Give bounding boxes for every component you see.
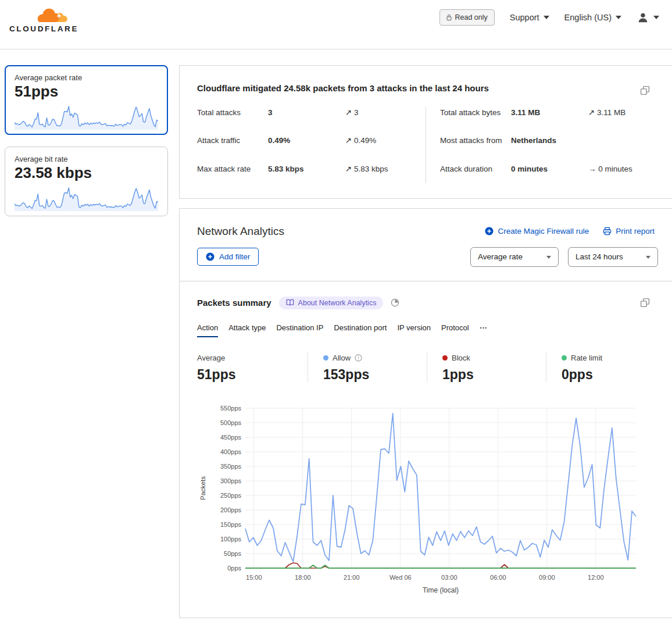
- x-tick-label: 03:00: [441, 574, 457, 581]
- read-only-label: Read only: [455, 13, 488, 22]
- series-line-block: [245, 563, 636, 568]
- legend-stat-rate-limit[interactable]: Rate limit0pps: [546, 352, 672, 383]
- tab-destination-ip[interactable]: Destination IP: [276, 323, 323, 337]
- stat-value: 0.49%: [268, 135, 345, 155]
- legend-stat-allow[interactable]: Allowi153pps: [308, 352, 427, 383]
- metric-select[interactable]: Average rate: [470, 247, 559, 267]
- plus-circle-icon: [485, 227, 494, 236]
- more-tabs-button[interactable]: ⋯: [480, 323, 488, 337]
- caret-down-icon: [546, 256, 551, 261]
- stat-label: Most attacks from: [440, 135, 511, 155]
- x-tick-label: 12:00: [588, 574, 604, 581]
- print-report-link[interactable]: Print report: [603, 227, 655, 236]
- svg-text:i: i: [358, 355, 359, 361]
- stat-label: Total attacks: [197, 107, 268, 127]
- attack-stats-left: Total attacks3↗ 3Attack traffic0.49%↗ 0.…: [197, 107, 412, 183]
- metric-cards-sidebar: Average packet rate 51pps Average bit ra…: [5, 65, 168, 216]
- caret-down-icon: [544, 16, 549, 22]
- copy-icon[interactable]: [640, 85, 650, 98]
- language-label: English (US): [564, 13, 612, 22]
- card-value: 51pps: [15, 83, 158, 101]
- legend-stat-value: 0pps: [562, 367, 672, 383]
- tab-ip-version[interactable]: IP version: [397, 323, 431, 337]
- card-value: 23.58 kbps: [15, 164, 158, 182]
- stat-label: Max attack rate: [197, 163, 268, 183]
- cloudflare-logo[interactable]: CLOUDFLARE: [9, 5, 78, 33]
- about-pill-label: About Network Analytics: [298, 299, 377, 307]
- attack-summary-panel: Cloudflare mitigated 24.58k packets from…: [179, 65, 672, 199]
- create-firewall-rule-link[interactable]: Create Magic Firewall rule: [485, 227, 589, 236]
- user-menu[interactable]: [637, 11, 659, 24]
- tab-destination-port[interactable]: Destination port: [334, 323, 387, 337]
- summary-card-bit-rate[interactable]: Average bit rate 23.58 kbps: [5, 147, 168, 216]
- divider: [426, 107, 426, 183]
- y-tick-label: 0pps: [227, 565, 241, 572]
- stat-label: Attack traffic: [197, 135, 268, 155]
- stat-value: 0 minutes: [511, 163, 588, 183]
- sparkline-chart: [15, 184, 158, 211]
- read-only-badge[interactable]: Read only: [439, 9, 495, 26]
- caret-down-icon: [653, 16, 659, 22]
- x-tick-label: 21:00: [344, 574, 360, 581]
- legend-stat-block[interactable]: Block1pps: [427, 352, 546, 383]
- stat-trend: [588, 135, 655, 155]
- create-firewall-rule-label: Create Magic Firewall rule: [498, 227, 589, 236]
- cloudflare-logo-text: CLOUDFLARE: [9, 24, 78, 33]
- legend-stats-row: Average51ppsAllowi153ppsBlock1ppsRate li…: [197, 352, 655, 383]
- attack-summary-title: Cloudflare mitigated 24.58k packets from…: [197, 83, 655, 93]
- time-range-select[interactable]: Last 24 hours: [568, 247, 658, 267]
- support-menu[interactable]: Support: [510, 13, 549, 22]
- network-analytics-panel: Network Analytics Create Magic Firewall …: [179, 208, 672, 618]
- tab-protocol[interactable]: Protocol: [441, 323, 469, 337]
- print-report-label: Print report: [616, 227, 655, 236]
- y-tick-label: 350pps: [220, 463, 242, 470]
- packets-chart[interactable]: 0pps50pps100pps150pps200pps250pps300pps3…: [197, 404, 637, 598]
- plus-circle-icon: [206, 252, 215, 261]
- stat-label: Attack duration: [440, 163, 511, 183]
- y-tick-label: 150pps: [220, 521, 242, 528]
- add-filter-button[interactable]: Add filter: [197, 248, 259, 266]
- stat-trend: → 0 minutes: [588, 163, 655, 183]
- book-icon: [286, 299, 294, 306]
- y-tick-label: 400pps: [220, 448, 242, 455]
- summary-card-packet-rate[interactable]: Average packet rate 51pps: [5, 65, 168, 135]
- y-tick-label: 550pps: [220, 405, 242, 412]
- y-tick-label: 450pps: [220, 434, 242, 441]
- copy-icon[interactable]: [640, 298, 650, 310]
- stat-trend: ↗ 0.49%: [345, 135, 412, 155]
- series-line-rate-limit: [245, 565, 636, 568]
- series-line-allow: [245, 413, 636, 562]
- section-title: Network Analytics: [197, 225, 284, 238]
- clock-icon[interactable]: [391, 298, 399, 307]
- x-axis-title: Time (local): [423, 586, 459, 594]
- stat-trend: ↗ 3.11 MB: [588, 107, 655, 127]
- lock-icon: [446, 14, 452, 21]
- support-label: Support: [510, 13, 539, 22]
- info-icon[interactable]: i: [355, 354, 362, 362]
- card-label: Average packet rate: [15, 73, 158, 82]
- printer-icon: [603, 227, 612, 236]
- attack-stats-right: Total attack bytes3.11 MB↗ 3.11 MBMost a…: [440, 107, 655, 183]
- stat-value: 3: [268, 107, 345, 127]
- card-label: Average bit rate: [15, 155, 158, 163]
- legend-stat-average[interactable]: Average51pps: [197, 352, 308, 383]
- time-range-select-value: Last 24 hours: [576, 252, 623, 261]
- y-tick-label: 50pps: [224, 550, 241, 557]
- series-color-dot: [442, 355, 448, 361]
- y-tick-label: 100pps: [220, 536, 242, 543]
- stat-trend: ↗ 5.83 kbps: [345, 163, 412, 183]
- y-tick-label: 250pps: [220, 492, 242, 499]
- y-tick-label: 300pps: [220, 477, 242, 484]
- stat-trend: ↗ 3: [345, 107, 412, 127]
- language-menu[interactable]: English (US): [564, 13, 621, 22]
- sparkline-chart: [15, 103, 158, 130]
- tab-action[interactable]: Action: [197, 323, 218, 337]
- user-icon: [637, 11, 649, 24]
- legend-stat-value: 51pps: [197, 367, 308, 383]
- about-network-analytics-pill[interactable]: About Network Analytics: [279, 297, 384, 309]
- stat-label: Total attack bytes: [440, 107, 511, 127]
- stat-value: Netherlands: [511, 135, 588, 155]
- y-tick-label: 200pps: [220, 506, 242, 513]
- legend-stat-label: Average: [197, 354, 225, 362]
- tab-attack-type[interactable]: Attack type: [228, 323, 266, 337]
